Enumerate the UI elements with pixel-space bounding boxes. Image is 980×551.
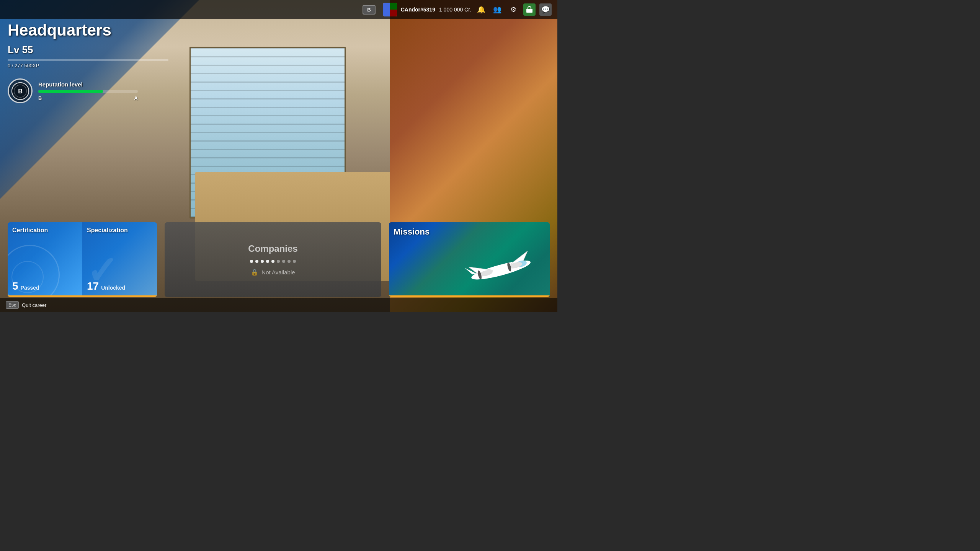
player-avatar bbox=[383, 3, 397, 16]
top-navigation-bar: B CAndor#5319 1 000 000 Cr. 🔔 👥 ⚙ 💬 bbox=[0, 0, 557, 19]
chat-icon[interactable]: 💬 bbox=[539, 3, 552, 16]
missions-card-title: Missions bbox=[394, 227, 430, 237]
player-name: CAndor#5319 bbox=[401, 7, 435, 13]
bottom-cards-row: Certification 5 Passed Specialization 17… bbox=[0, 222, 557, 297]
companies-dot-6 bbox=[277, 260, 280, 263]
reputation-bar bbox=[38, 90, 138, 93]
companies-dot-7 bbox=[282, 260, 285, 263]
svg-rect-1 bbox=[383, 3, 390, 16]
svg-rect-3 bbox=[390, 10, 397, 16]
lock-icon: 🔒 bbox=[251, 269, 258, 276]
companies-dot-9 bbox=[293, 260, 296, 263]
companies-dot-1 bbox=[250, 260, 253, 263]
esc-key[interactable]: Esc bbox=[6, 301, 19, 309]
companies-dot-2 bbox=[255, 260, 258, 263]
reputation-label-section: Reputation level B A bbox=[38, 81, 138, 101]
page-title: Headquarters bbox=[8, 21, 111, 39]
aircraft-svg bbox=[465, 251, 532, 284]
companies-dot-4 bbox=[266, 260, 269, 263]
reputation-rank-markers: B A bbox=[38, 95, 138, 101]
certification-count-label: Passed bbox=[21, 285, 39, 291]
certification-card[interactable]: Certification 5 Passed bbox=[8, 222, 82, 297]
companies-card[interactable]: Companies 🔒 Not Available bbox=[165, 222, 381, 297]
reputation-next-rank: A bbox=[134, 95, 138, 101]
specialization-card[interactable]: Specialization 17 Unlocked bbox=[82, 222, 157, 297]
friends-icon[interactable]: 👥 bbox=[491, 3, 503, 16]
companies-card-title: Companies bbox=[248, 243, 297, 254]
specialization-count-number: 17 bbox=[87, 280, 99, 292]
settings-icon[interactable]: ⚙ bbox=[507, 3, 519, 16]
certification-card-title: Certification bbox=[12, 227, 48, 234]
player-credits: 1 000 000 Cr. bbox=[439, 7, 471, 13]
notification-icon[interactable]: 🔔 bbox=[475, 3, 487, 16]
player-info-group: CAndor#5319 1 000 000 Cr. bbox=[383, 3, 471, 16]
companies-dot-5 bbox=[271, 260, 274, 263]
level-section: Lv 55 0 / 277 500XP bbox=[8, 44, 168, 68]
quit-career-button[interactable]: Quit career bbox=[22, 302, 46, 308]
rank-badge: B bbox=[363, 5, 375, 15]
svg-text:B: B bbox=[18, 87, 23, 94]
reputation-label: Reputation level bbox=[38, 81, 138, 88]
certification-count-number: 5 bbox=[12, 280, 18, 292]
svg-rect-2 bbox=[390, 3, 397, 10]
companies-dots bbox=[250, 260, 296, 263]
missions-card[interactable]: Missions bbox=[389, 222, 550, 297]
specialization-count-label: Unlocked bbox=[101, 285, 125, 291]
reputation-badge: B bbox=[8, 78, 33, 103]
specialization-bottom-accent bbox=[82, 295, 157, 297]
specialization-card-count: 17 Unlocked bbox=[87, 280, 125, 292]
missions-bottom-accent bbox=[389, 295, 550, 297]
xp-bar-container bbox=[8, 59, 168, 61]
reputation-section: B Reputation level B A bbox=[8, 78, 138, 103]
xp-text: 0 / 277 500XP bbox=[8, 63, 168, 68]
reputation-bar-fill bbox=[38, 90, 103, 93]
companies-dot-3 bbox=[261, 260, 264, 263]
store-icon[interactable] bbox=[523, 3, 536, 16]
reputation-current-rank: B bbox=[38, 95, 42, 101]
level-label: Lv 55 bbox=[8, 44, 168, 56]
certification-bottom-accent bbox=[8, 295, 82, 297]
companies-dot-8 bbox=[287, 260, 291, 263]
companies-locked-label: Not Available bbox=[261, 269, 295, 276]
companies-locked-status: 🔒 Not Available bbox=[251, 269, 295, 276]
missions-plane-graphic bbox=[446, 240, 550, 293]
bottom-bar: Esc Quit career bbox=[0, 298, 557, 312]
certification-card-count: 5 Passed bbox=[12, 280, 39, 292]
specialization-card-title: Specialization bbox=[87, 227, 128, 234]
svg-rect-4 bbox=[526, 9, 532, 13]
